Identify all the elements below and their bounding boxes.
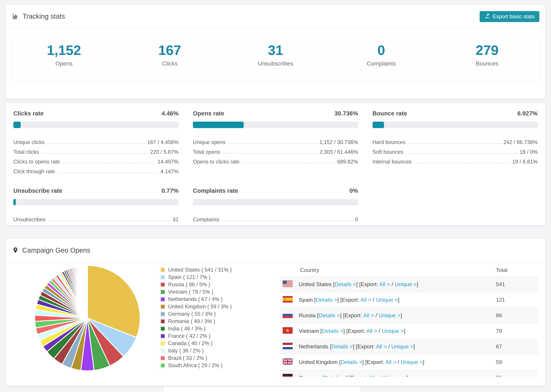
rate-progress-fill <box>193 122 244 128</box>
legend-swatch <box>160 275 165 280</box>
total-column-header: Total <box>495 264 538 277</box>
geo-body: United States ( 541 / 31% )Spain ( 121 /… <box>6 262 545 386</box>
legend-item-romania[interactable]: Romania ( 49 / 3% ) <box>160 319 232 324</box>
es-flag-icon <box>283 296 293 304</box>
details-link-es[interactable]: Details > <box>316 297 337 303</box>
country-links-text: Spain [Details >] [Export: All > / Uniqu… <box>299 297 399 303</box>
rate-value: 30.736% <box>334 110 358 117</box>
export-all-link-gb[interactable]: All > <box>385 359 396 365</box>
rate-detail-row: Clicks to opens rate14.497% <box>13 155 178 165</box>
total-cell: 59 <box>495 354 538 370</box>
country-cell: Vietnam [Details >] [Export: All > / Uni… <box>283 327 495 335</box>
details-link-vn[interactable]: Details > <box>322 328 343 334</box>
de-flag-icon <box>283 374 293 377</box>
rate-title: Complaints rate <box>193 187 238 194</box>
export-unique-link-us[interactable]: Unique > <box>395 281 417 287</box>
dotted-leader <box>62 163 155 163</box>
detail-value: 689.82% <box>337 159 358 165</box>
country-links-text: Vietnam [Details >] [Export: All > / Uni… <box>299 328 405 334</box>
rate-title: Opens rate <box>193 110 224 117</box>
legend-swatch <box>160 311 165 317</box>
geo-section-title: Campaign Geo Opens <box>22 246 90 254</box>
rate-detail-row: Total opens2,303 / 61.446% <box>193 145 358 155</box>
dotted-leader <box>57 173 158 173</box>
dotted-leader <box>406 153 517 154</box>
stat-label: Opens <box>11 60 117 67</box>
rate-progress-fill <box>13 199 16 205</box>
legend-item-russia[interactable]: Russia ( 86 / 5% ) <box>160 282 232 287</box>
tracking-stats-card: Tracking stats Export basic stats 1,152O… <box>6 4 545 99</box>
export-button-label: Export basic stats <box>493 14 535 20</box>
total-cell: 86 <box>495 308 538 323</box>
summary-stat-bounces: 279Bounces <box>434 33 540 81</box>
detail-value: 220 / 5.87% <box>150 149 178 155</box>
legend-item-united-states[interactable]: United States ( 541 / 31% ) <box>160 267 232 273</box>
legend-item-italy[interactable]: Italy ( 36 / 2% ) <box>160 348 232 353</box>
export-unique-link-de[interactable]: Unique > <box>384 375 406 377</box>
legend-label: Vietnam ( 79 / 5% ) <box>168 289 213 295</box>
legend-item-france[interactable]: France ( 42 / 2% ) <box>160 334 232 339</box>
stat-value: 167 <box>117 43 222 57</box>
legend-item-netherlands[interactable]: Netherlands ( 67 / 4% ) <box>160 297 232 302</box>
detail-value: 2,303 / 61.446% <box>319 149 358 155</box>
map-pin-icon <box>12 247 19 254</box>
stat-label: Unsubscribes <box>223 60 328 67</box>
detail-label: Total clicks <box>13 149 39 155</box>
rate-section-bounce-rate: Bounce rate6.927%Hard bounces242 / 86.73… <box>373 110 538 175</box>
legend-swatch <box>160 282 165 287</box>
rate-value: 4.46% <box>162 110 178 117</box>
export-basic-stats-button[interactable]: Export basic stats <box>480 11 539 22</box>
detail-label: Complaints <box>193 217 219 223</box>
export-all-link-ru[interactable]: All > <box>363 312 374 318</box>
rate-detail-row: Unsubscribes31 <box>13 213 178 223</box>
rate-title: Unsubscribe rate <box>13 187 62 194</box>
bar-chart-icon <box>12 13 19 20</box>
legend-item-india[interactable]: India ( 46 / 3% ) <box>160 326 232 331</box>
details-link-nl[interactable]: Details > <box>331 343 353 350</box>
export-all-link-es[interactable]: All > <box>360 297 371 303</box>
geo-table-row-de: Germany [Details >] [Export: All > / Uni… <box>280 370 538 377</box>
dotted-leader <box>414 163 510 163</box>
detail-value: 4.147% <box>161 168 178 175</box>
rate-progress-fill <box>373 122 384 128</box>
country-cell: Netherlands [Details >] [Export: All > /… <box>283 343 495 351</box>
details-link-ru[interactable]: Details > <box>319 312 340 318</box>
export-all-link-de[interactable]: All > <box>369 375 380 377</box>
legend-item-spain[interactable]: Spain ( 121 / 7% ) <box>160 275 232 280</box>
details-link-de[interactable]: Details > <box>324 375 346 377</box>
export-unique-link-ru[interactable]: Unique > <box>379 312 401 318</box>
legend-item-germany[interactable]: Germany ( 55 / 3% ) <box>160 311 232 317</box>
export-unique-link-gb[interactable]: Unique > <box>401 359 423 365</box>
legend-label: South Africa ( 29 / 2% ) <box>168 362 223 369</box>
legend-item-vietnam[interactable]: Vietnam ( 79 / 5% ) <box>160 289 232 294</box>
details-link-gb[interactable]: Details > <box>341 359 362 365</box>
legend-item-united-kingdom[interactable]: United Kingdom ( 59 / 3% ) <box>160 304 232 309</box>
detail-label: Unsubscribes <box>13 217 46 223</box>
legend-item-brazil[interactable]: Brazil ( 33 / 2% ) <box>160 356 232 361</box>
geo-table-row-nl: Netherlands [Details >] [Export: All > /… <box>280 339 538 354</box>
export-all-link-nl[interactable]: All > <box>376 343 387 350</box>
export-icon <box>484 13 490 20</box>
legend-swatch <box>160 319 165 324</box>
total-cell: 79 <box>495 323 538 339</box>
export-unique-link-vn[interactable]: Unique > <box>382 328 404 334</box>
total-cell: 67 <box>495 339 538 354</box>
geo-table-row-vn: Vietnam [Details >] [Export: All > / Uni… <box>280 323 538 339</box>
details-link-us[interactable]: Details > <box>335 281 356 287</box>
rate-progress-bar <box>193 122 358 128</box>
dotted-leader <box>242 163 335 163</box>
stat-value: 1,152 <box>11 43 117 57</box>
country-links-text: Germany [Details >] [Export: All > / Uni… <box>299 375 408 377</box>
rate-value: 0% <box>349 187 358 194</box>
legend-label: Canada ( 40 / 2% ) <box>168 340 212 347</box>
stat-value: 279 <box>434 43 540 57</box>
export-unique-link-nl[interactable]: Unique > <box>391 343 413 350</box>
legend-item-south-africa[interactable]: South Africa ( 29 / 2% ) <box>160 363 232 368</box>
export-all-link-us[interactable]: All > <box>379 281 390 287</box>
export-unique-link-es[interactable]: Unique > <box>376 297 398 303</box>
legend-item-canada[interactable]: Canada ( 40 / 2% ) <box>160 341 232 346</box>
country-cell: Germany [Details >] [Export: All > / Uni… <box>283 374 495 377</box>
detail-label: Unique opens <box>193 139 226 145</box>
rate-detail-row: Unique opens1,152 / 30.736% <box>193 136 358 145</box>
export-all-link-vn[interactable]: All > <box>366 328 377 334</box>
